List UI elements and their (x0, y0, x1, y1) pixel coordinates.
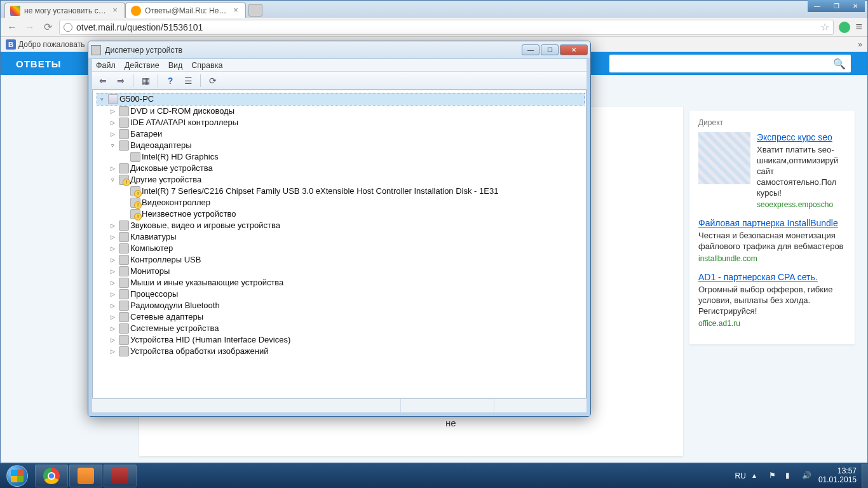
tree-node[interactable]: ▷Системные устройства (108, 323, 585, 334)
tree-node[interactable]: ▷Неизвестное устройство (119, 208, 585, 220)
tree-node[interactable]: ▷Устройства HID (Human Interface Devices… (108, 334, 585, 346)
tree-node[interactable]: ▷Видеоконтроллер (119, 197, 585, 208)
bookmarks-overflow-icon[interactable]: » (858, 40, 862, 49)
expander-icon[interactable]: ▷ (109, 234, 116, 241)
tree-node[interactable]: ▷IDE ATA/ATAPI контроллеры (108, 117, 585, 128)
expander-icon[interactable]: ▷ (109, 119, 116, 126)
tb-back-icon[interactable]: ⇐ (96, 74, 110, 88)
tree-node[interactable]: ▷Процессоры (108, 288, 585, 300)
bookmark-label: Добро пожаловать (18, 40, 85, 49)
ad-link[interactable]: Файловая партнерка InstallBundle (698, 218, 846, 228)
language-indicator[interactable]: RU (735, 471, 746, 480)
expander-icon[interactable]: ▷ (109, 165, 116, 172)
tree-node[interactable]: ▷Дисковые устройства (108, 163, 585, 174)
tb-properties-icon[interactable]: ☰ (181, 74, 195, 88)
start-button[interactable] (0, 464, 34, 489)
tree-node-label: Видеоадаптеры (130, 140, 192, 151)
tab-google[interactable]: не могу установить chips… × (4, 3, 125, 18)
expander-icon[interactable]: ▷ (109, 245, 116, 252)
window-restore-button[interactable]: ❐ (827, 0, 846, 12)
tree-root[interactable]: ▿ G500-PC (97, 93, 585, 105)
tree-node[interactable]: ▷Сетевые адаптеры (108, 311, 585, 323)
tab-close-icon[interactable]: × (231, 6, 240, 15)
menu-action[interactable]: Действие (125, 61, 159, 70)
dm-maximize-button[interactable]: ☐ (541, 44, 559, 55)
tb-forward-icon[interactable]: ⇒ (114, 74, 128, 88)
expander-icon[interactable]: ▷ (109, 337, 116, 344)
menu-help[interactable]: Справка (191, 61, 222, 70)
dm-close-button[interactable]: ✕ (560, 44, 588, 55)
tree-node[interactable]: ▷Радиомодули Bluetooth (108, 300, 585, 311)
ad-domain[interactable]: installbundle.com (698, 254, 846, 263)
expander-icon[interactable]: ▷ (109, 280, 116, 287)
reload-button[interactable]: ⟳ (41, 21, 54, 34)
tree-node[interactable]: ▷Intel(R) HD Graphics (119, 151, 585, 163)
tree-node[interactable]: ▿Другие устройства (108, 174, 585, 186)
window-close-button[interactable]: ✕ (846, 0, 865, 12)
expander-icon[interactable]: ▿ (109, 177, 116, 184)
expander-icon[interactable]: ▷ (109, 222, 116, 229)
tab-mailru[interactable]: Ответы@Mail.Ru: Не мог… × (125, 3, 246, 18)
tree-node[interactable]: ▿Видеоадаптеры (108, 140, 585, 151)
show-desktop-button[interactable] (862, 464, 868, 489)
expander-icon[interactable]: ▷ (109, 348, 116, 355)
network-icon[interactable]: ▮ (785, 471, 796, 481)
expander-icon[interactable]: ▿ (109, 142, 116, 149)
tb-scan-icon[interactable]: ⟳ (206, 74, 220, 88)
extension-icon[interactable] (839, 22, 850, 33)
action-center-icon[interactable]: ⚑ (769, 471, 779, 481)
new-tab-button[interactable] (248, 4, 262, 17)
computer-icon (108, 94, 118, 104)
volume-icon[interactable]: 🔊 (802, 471, 812, 481)
taskbar-item-chrome[interactable] (35, 464, 68, 487)
expander-icon[interactable]: ▷ (109, 314, 116, 321)
chrome-menu-icon[interactable]: ≡ (855, 20, 862, 34)
window-minimize-button[interactable]: — (808, 0, 827, 12)
expander-icon[interactable]: ▷ (109, 268, 116, 275)
dm-minimize-button[interactable]: — (522, 44, 539, 55)
expander-icon[interactable]: ▷ (109, 257, 116, 264)
bookmark-item-vk[interactable]: B Добро пожаловать (6, 39, 85, 50)
tree-node[interactable]: ▷Мыши и иные указывающие устройства (108, 277, 585, 288)
search-input[interactable] (614, 58, 833, 69)
tree-node[interactable]: ▷Контроллеры USB (108, 254, 585, 266)
tb-help-icon[interactable]: ? (163, 74, 177, 88)
ad-link[interactable]: Экспресс курс seo (757, 132, 846, 142)
ad-link[interactable]: AD1 - партнерская CPA сеть. (698, 272, 846, 282)
tree-node[interactable]: ▷DVD и CD-ROM дисководы (108, 105, 585, 117)
expander-icon[interactable]: ▷ (109, 291, 116, 298)
tree-node[interactable]: ▷Батареи (108, 128, 585, 140)
forward-button[interactable]: → (24, 21, 36, 34)
vk-icon: B (6, 39, 16, 50)
menu-file[interactable]: Файл (96, 61, 116, 70)
expander-icon[interactable]: ▷ (109, 108, 116, 115)
device-tree[interactable]: ▿ G500-PC ▷DVD и CD-ROM дисководы▷IDE AT… (92, 90, 587, 398)
expander-icon[interactable]: ▷ (109, 131, 116, 138)
expander-icon[interactable]: ▷ (109, 302, 116, 309)
tb-show-hidden-icon[interactable]: ▦ (139, 74, 153, 88)
dm-titlebar[interactable]: Диспетчер устройств — ☐ ✕ (88, 41, 590, 59)
tree-node[interactable]: ▷Устройства обработки изображений (108, 346, 585, 357)
tree-node[interactable]: ▷Компьютер (108, 243, 585, 254)
tray-caret-icon[interactable]: ▴ (752, 471, 763, 481)
tree-node[interactable]: ▷Звуковые, видео и игровые устройства (108, 220, 585, 231)
taskbar-item-app1[interactable] (69, 464, 102, 487)
menu-view[interactable]: Вид (168, 61, 183, 70)
clock[interactable]: 13:57 01.01.2015 (818, 467, 857, 485)
expander-icon[interactable]: ▷ (109, 325, 116, 332)
taskbar-item-app2[interactable] (104, 464, 137, 487)
omnibox[interactable]: otvet.mail.ru/question/51536101 ☆ (59, 20, 834, 35)
back-button[interactable]: ← (6, 21, 18, 34)
tree-node[interactable]: ▷Клавиатуры (108, 231, 585, 243)
tree-node[interactable]: ▷Мониторы (108, 266, 585, 277)
search-icon[interactable]: 🔍 (833, 58, 846, 70)
ad-domain[interactable]: office.ad1.ru (698, 319, 846, 328)
search-box[interactable]: 🔍 (609, 55, 851, 72)
expander-icon[interactable]: ▿ (98, 96, 105, 103)
bookmark-star-icon[interactable]: ☆ (820, 21, 829, 33)
other-icon (130, 209, 140, 219)
ad-domain[interactable]: seoexpress.emposcho (757, 200, 846, 209)
tree-node[interactable]: ▷Intel(R) 7 Series/C216 Chipset Family U… (119, 186, 585, 197)
tree-node-label: DVD и CD-ROM дисководы (130, 105, 234, 117)
tab-close-icon[interactable]: × (111, 6, 119, 15)
